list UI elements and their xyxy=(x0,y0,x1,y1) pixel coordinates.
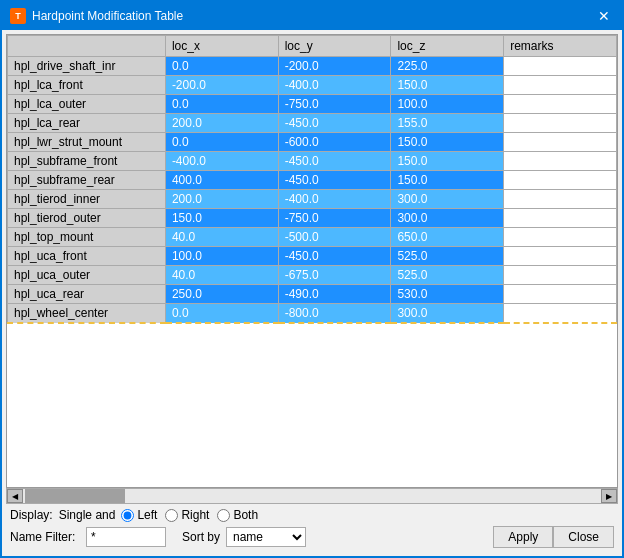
filter-row: Name Filter: Sort by name loc_x loc_y lo… xyxy=(10,526,614,548)
sort-select[interactable]: name loc_x loc_y loc_z xyxy=(226,527,306,547)
radio-right-label: Right xyxy=(181,508,209,522)
cell-loc_z: 150.0 xyxy=(391,171,504,190)
cell-name: hpl_wheel_center xyxy=(8,304,166,324)
cell-loc_x: -200.0 xyxy=(165,76,278,95)
filter-label: Name Filter: xyxy=(10,530,80,544)
table-row[interactable]: hpl_tierod_inner 200.0 -400.0 300.0 (non… xyxy=(8,190,617,209)
cell-loc_z: 300.0 xyxy=(391,190,504,209)
cell-loc_x: 150.0 xyxy=(165,209,278,228)
table-row[interactable]: hpl_uca_front 100.0 -450.0 525.0 (none) xyxy=(8,247,617,266)
cell-loc_z: 150.0 xyxy=(391,133,504,152)
cell-loc_x: 200.0 xyxy=(165,114,278,133)
display-row: Display: Single and Left Right Both xyxy=(10,508,614,522)
cell-loc_y: -200.0 xyxy=(278,57,391,76)
cell-loc_y: -400.0 xyxy=(278,76,391,95)
scroll-left-arrow[interactable]: ◀ xyxy=(7,489,23,503)
main-window: T Hardpoint Modification Table ✕ loc_x l… xyxy=(0,0,624,558)
cell-loc_y: -450.0 xyxy=(278,171,391,190)
title-bar-left: T Hardpoint Modification Table xyxy=(10,8,183,24)
cell-name: hpl_subframe_front xyxy=(8,152,166,171)
window-title: Hardpoint Modification Table xyxy=(32,9,183,23)
cell-loc_x: 400.0 xyxy=(165,171,278,190)
radio-left-input[interactable] xyxy=(121,509,134,522)
radio-both-input[interactable] xyxy=(217,509,230,522)
cell-loc_x: 0.0 xyxy=(165,57,278,76)
cell-remarks: (none) xyxy=(504,304,617,324)
table-row[interactable]: hpl_lwr_strut_mount 0.0 -600.0 150.0 (no… xyxy=(8,133,617,152)
cell-loc_x: 0.0 xyxy=(165,133,278,152)
cell-loc_z: 150.0 xyxy=(391,76,504,95)
radio-right[interactable]: Right xyxy=(165,508,209,522)
table-row[interactable]: hpl_tierod_outer 150.0 -750.0 300.0 (non… xyxy=(8,209,617,228)
table-row[interactable]: hpl_uca_rear 250.0 -490.0 530.0 (none) xyxy=(8,285,617,304)
cell-loc_y: -450.0 xyxy=(278,247,391,266)
scroll-thumb[interactable] xyxy=(25,489,125,503)
action-buttons: Apply Close xyxy=(493,526,614,548)
table-header-row: loc_x loc_y loc_z remarks xyxy=(8,36,617,57)
cell-loc_z: 650.0 xyxy=(391,228,504,247)
scroll-right-arrow[interactable]: ▶ xyxy=(601,489,617,503)
table-row[interactable]: hpl_drive_shaft_inr 0.0 -200.0 225.0 (no… xyxy=(8,57,617,76)
cell-remarks: (none) xyxy=(504,228,617,247)
cell-loc_x: 40.0 xyxy=(165,266,278,285)
close-button[interactable]: Close xyxy=(553,526,614,548)
apply-button[interactable]: Apply xyxy=(493,526,553,548)
cell-name: hpl_uca_outer xyxy=(8,266,166,285)
cell-remarks: (none) xyxy=(504,209,617,228)
table-row[interactable]: hpl_subframe_rear 400.0 -450.0 150.0 (no… xyxy=(8,171,617,190)
scroll-track[interactable] xyxy=(23,489,601,503)
cell-loc_y: -750.0 xyxy=(278,95,391,114)
cell-remarks: (none) xyxy=(504,76,617,95)
col-header-loc_x[interactable]: loc_x xyxy=(165,36,278,57)
cell-name: hpl_top_mount xyxy=(8,228,166,247)
cell-name: hpl_drive_shaft_inr xyxy=(8,57,166,76)
cell-remarks: (none) xyxy=(504,114,617,133)
table-row[interactable]: hpl_lca_front -200.0 -400.0 150.0 (none) xyxy=(8,76,617,95)
col-header-name[interactable] xyxy=(8,36,166,57)
bottom-bar: Display: Single and Left Right Both xyxy=(6,504,618,552)
table-row[interactable]: hpl_wheel_center 0.0 -800.0 300.0 (none) xyxy=(8,304,617,324)
cell-loc_z: 225.0 xyxy=(391,57,504,76)
cell-loc_y: -750.0 xyxy=(278,209,391,228)
cell-loc_z: 300.0 xyxy=(391,304,504,324)
window-close-button[interactable]: ✕ xyxy=(594,6,614,26)
display-label: Display: xyxy=(10,508,53,522)
cell-name: hpl_uca_front xyxy=(8,247,166,266)
cell-name: hpl_tierod_outer xyxy=(8,209,166,228)
cell-name: hpl_uca_rear xyxy=(8,285,166,304)
col-header-loc_y[interactable]: loc_y xyxy=(278,36,391,57)
col-header-remarks[interactable]: remarks xyxy=(504,36,617,57)
cell-loc_y: -450.0 xyxy=(278,152,391,171)
cell-loc_y: -400.0 xyxy=(278,190,391,209)
table-container[interactable]: loc_x loc_y loc_z remarks hpl_drive_shaf… xyxy=(6,34,618,488)
cell-loc_z: 155.0 xyxy=(391,114,504,133)
window-icon: T xyxy=(10,8,26,24)
cell-loc_y: -500.0 xyxy=(278,228,391,247)
table-row[interactable]: hpl_lca_outer 0.0 -750.0 100.0 (none) xyxy=(8,95,617,114)
radio-right-input[interactable] xyxy=(165,509,178,522)
col-header-loc_z[interactable]: loc_z xyxy=(391,36,504,57)
cell-loc_x: 200.0 xyxy=(165,190,278,209)
cell-name: hpl_tierod_inner xyxy=(8,190,166,209)
cell-loc_z: 300.0 xyxy=(391,209,504,228)
cell-loc_z: 525.0 xyxy=(391,247,504,266)
table-row[interactable]: hpl_uca_outer 40.0 -675.0 525.0 (none) xyxy=(8,266,617,285)
cell-remarks: (none) xyxy=(504,247,617,266)
cell-name: hpl_lwr_strut_mount xyxy=(8,133,166,152)
cell-loc_x: 250.0 xyxy=(165,285,278,304)
content-area: loc_x loc_y loc_z remarks hpl_drive_shaf… xyxy=(2,30,622,556)
cell-loc_x: 0.0 xyxy=(165,304,278,324)
radio-both[interactable]: Both xyxy=(217,508,258,522)
radio-left[interactable]: Left xyxy=(121,508,157,522)
table-row[interactable]: hpl_top_mount 40.0 -500.0 650.0 (none) xyxy=(8,228,617,247)
cell-name: hpl_lca_rear xyxy=(8,114,166,133)
table-row[interactable]: hpl_subframe_front -400.0 -450.0 150.0 (… xyxy=(8,152,617,171)
cell-loc_x: -400.0 xyxy=(165,152,278,171)
cell-loc_y: -490.0 xyxy=(278,285,391,304)
horizontal-scrollbar[interactable]: ◀ ▶ xyxy=(6,488,618,504)
cell-name: hpl_subframe_rear xyxy=(8,171,166,190)
filter-input[interactable] xyxy=(86,527,166,547)
table-row[interactable]: hpl_lca_rear 200.0 -450.0 155.0 (none) xyxy=(8,114,617,133)
cell-remarks: (none) xyxy=(504,133,617,152)
cell-loc_y: -800.0 xyxy=(278,304,391,324)
